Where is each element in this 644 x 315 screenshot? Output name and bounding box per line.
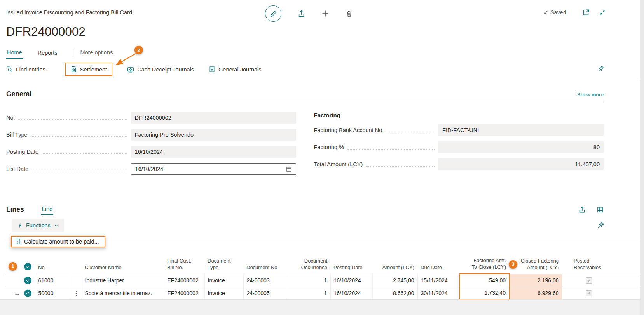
calculate-amount-menu-item[interactable]: Calculate amount to be paid... <box>11 236 105 247</box>
column-header-posting-date[interactable]: Posting Date <box>330 242 372 274</box>
lines-header-icons <box>579 206 638 213</box>
share-icon[interactable] <box>579 206 586 213</box>
find-entries-label: Find entries... <box>16 66 50 73</box>
select-all-checkbox[interactable] <box>24 263 31 270</box>
row-selected-checkbox[interactable] <box>24 289 31 297</box>
cell-row-menu <box>71 274 82 287</box>
field-bill-type-value: Factoring Pro Solvendo <box>131 129 296 141</box>
functions-menu-button[interactable]: Functions <box>12 219 64 232</box>
no-link[interactable]: 61000 <box>38 277 54 284</box>
issued-factoring-bill-card-page: { "colors": { "accent": "#0a767d", "anno… <box>0 0 644 315</box>
cash-receipt-journals-button[interactable]: Cash Receipt Journals <box>127 66 194 73</box>
tab-reports[interactable]: Reports <box>37 46 58 59</box>
show-more-link[interactable]: Show more <box>577 92 604 97</box>
column-header-amount[interactable]: Amount (LCY) <box>372 242 417 274</box>
field-total-amount-label: Total Amount (LCY) <box>314 161 363 167</box>
cell-occurrence: 1 <box>287 287 330 299</box>
cell-occurrence: 1 <box>287 274 330 287</box>
list-date-input[interactable]: 16/10/2024 <box>131 163 296 175</box>
menu-tabs: Home Reports More options <box>0 45 644 60</box>
dotted-leader <box>31 167 127 171</box>
cell-factoring-amt[interactable]: 549,00 <box>459 274 509 287</box>
column-header-occurrence[interactable]: Document Occurrence <box>287 242 330 274</box>
general-journals-label: General Journals <box>218 66 261 73</box>
cash-receipt-journals-label: Cash Receipt Journals <box>137 66 194 73</box>
lines-header: Lines Line <box>0 204 644 215</box>
column-header-final-bill[interactable]: Final Cust. Bill No. <box>164 242 204 274</box>
cell-closed-amt: 2.196,00 <box>509 274 562 287</box>
cell-posting-date: 16/10/2024 <box>330 274 372 287</box>
field-factoring-bank-account-label: Factoring Bank Account No. <box>314 127 384 133</box>
general-section-header: General Show more <box>6 90 604 102</box>
general-fields-grid: No. DFR24000002 Bill Type Factoring Pro … <box>6 112 638 180</box>
dotted-leader <box>347 145 435 150</box>
table-row[interactable]: 61000 Industrie Harper EF24000002 Invoic… <box>5 274 639 287</box>
field-list-date-label: List Date <box>6 166 28 172</box>
column-header-closed-amt[interactable]: 3 Closed Factoring Amount (LCY) <box>509 242 562 274</box>
pin-icon[interactable] <box>597 221 604 228</box>
delete-trash-icon[interactable] <box>346 10 353 17</box>
cell-closed-amt: 6.929,60 <box>509 287 562 299</box>
column-header-factoring-amt[interactable]: Factoring Amt. To Close (LCY) <box>459 242 509 274</box>
chevron-down-icon <box>54 223 58 228</box>
doc-no-link[interactable]: 24-00003 <box>247 277 270 284</box>
lines-table: 1 No. Customer Name Final Cust. Bill No.… <box>5 242 639 300</box>
cash-receipt-journals-icon <box>127 66 134 73</box>
column-header-due-date[interactable]: Due Date <box>417 242 459 274</box>
row-selected-checkbox[interactable] <box>24 277 31 284</box>
table-row[interactable]: → 50000 ⋮ Società mercantile internaz. E… <box>5 287 639 299</box>
window-right-edge[interactable] <box>640 0 644 315</box>
field-factoring-bank-account: Factoring Bank Account No. FID-FACT-UNI <box>314 124 604 136</box>
field-factoring-percent-value: 80 <box>438 141 604 153</box>
cell-doc-type: Invoice <box>204 274 243 287</box>
new-plus-icon[interactable] <box>321 10 329 17</box>
calculate-amount-menu-label: Calculate amount to be paid... <box>24 238 99 245</box>
row-context-menu-icon[interactable]: ⋮ <box>71 287 82 299</box>
posted-receivables-checkbox <box>586 290 592 296</box>
find-entries-icon <box>6 66 13 73</box>
no-link[interactable]: 50000 <box>38 290 54 296</box>
column-header-posted[interactable]: Posted Receivables <box>562 242 639 274</box>
field-no: No. DFR24000002 <box>6 112 296 124</box>
field-factoring-bank-account-value: FID-FACT-UNI <box>438 124 604 136</box>
annotation-step-2-badge: 2 <box>134 46 143 54</box>
lines-section-title: Lines <box>6 205 24 214</box>
tab-line[interactable]: Line <box>41 204 53 215</box>
more-options-button[interactable]: More options <box>80 49 113 56</box>
current-row-arrow-icon: → <box>14 290 20 296</box>
functions-menu-label: Functions <box>26 222 51 228</box>
share-icon[interactable] <box>298 10 305 17</box>
cell-final-bill: EF24000002 <box>164 274 204 287</box>
find-entries-button[interactable]: Find entries... <box>6 66 50 73</box>
general-fields-left: No. DFR24000002 Bill Type Factoring Pro … <box>6 112 296 180</box>
list-date-value: 16/10/2024 <box>135 166 164 172</box>
page-caption: Issued Invoice Discounting and Factoring… <box>6 9 132 16</box>
open-in-new-window-icon[interactable] <box>583 9 590 16</box>
dotted-leader <box>31 133 127 137</box>
edit-button[interactable] <box>265 5 281 22</box>
field-posting-date-value: 16/10/2024 <box>131 146 296 158</box>
collapse-window-icon[interactable] <box>599 9 606 16</box>
save-status-label: Saved <box>550 9 566 16</box>
settlement-label: Settlement <box>80 66 107 73</box>
tab-home[interactable]: Home <box>6 46 23 59</box>
general-journals-button[interactable]: General Journals <box>209 66 261 73</box>
open-in-excel-icon[interactable] <box>597 206 604 213</box>
calendar-icon[interactable] <box>286 166 292 172</box>
cell-factoring-amt[interactable]: 1.732,40 <box>459 287 509 299</box>
cell-doc-type: Invoice <box>204 287 243 299</box>
cell-posting-date: 16/10/2024 <box>330 287 372 299</box>
field-factoring-percent: Factoring % 80 <box>314 141 604 153</box>
column-header-doc-type[interactable]: Document Type <box>204 242 243 274</box>
cell-amount: 8.662,00 <box>372 287 417 299</box>
cell-due-date: 15/11/2024 <box>417 274 459 287</box>
field-list-date: List Date 16/10/2024 <box>6 163 296 175</box>
actionbar-pin-slot <box>597 65 638 73</box>
pin-icon[interactable] <box>597 65 604 72</box>
settlement-button[interactable]: Settlement <box>65 63 112 76</box>
doc-no-link[interactable]: 24-00005 <box>247 290 270 296</box>
column-header-doc-no[interactable]: Document No. <box>243 242 287 274</box>
window-bottom-edge <box>0 299 644 315</box>
cell-amount: 2.745,00 <box>372 274 417 287</box>
dotted-leader <box>18 116 127 120</box>
